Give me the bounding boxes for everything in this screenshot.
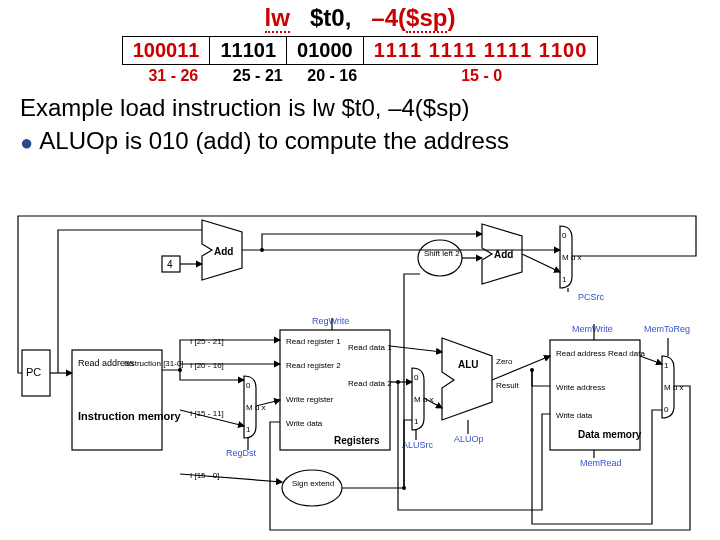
- svg-text:Zero: Zero: [496, 357, 513, 366]
- svg-text:ALUSrc: ALUSrc: [402, 440, 434, 450]
- svg-text:Read register 2: Read register 2: [286, 361, 341, 370]
- bullet-icon: ●: [20, 130, 33, 155]
- svg-text:Write data: Write data: [556, 411, 593, 420]
- example-line: Example load instruction is lw $t0, –4($…: [20, 93, 708, 123]
- rt-cell: 01000: [287, 37, 364, 65]
- bit-ranges: 31 - 26 25 - 21 20 - 16 15 - 0: [0, 67, 720, 85]
- datapath-diagram: PC Read address Instruction [31-0] Instr…: [12, 210, 708, 536]
- opcode-cell: 100011: [122, 37, 210, 65]
- svg-text:0: 0: [664, 405, 669, 414]
- encoding-table: 100011 11101 01000 1111 1111 1111 1100: [122, 36, 599, 65]
- bits-op: 31 - 26: [128, 67, 218, 85]
- svg-text:MemToReg: MemToReg: [644, 324, 690, 334]
- svg-text:1: 1: [246, 425, 251, 434]
- svg-text:Instruction memory: Instruction memory: [78, 410, 182, 422]
- svg-text:MemRead: MemRead: [580, 458, 622, 468]
- bits-imm: 15 - 0: [372, 67, 592, 85]
- dest-reg: $t0: [310, 4, 345, 31]
- svg-point-9: [418, 240, 462, 276]
- svg-text:PCSrc: PCSrc: [578, 292, 605, 302]
- imm-cell: 1111 1111 1111 1100: [363, 37, 598, 65]
- offset-text: –4: [371, 4, 398, 31]
- svg-text:Instruction [31-0]: Instruction [31-0]: [124, 359, 184, 368]
- svg-text:I [20 - 16]: I [20 - 16]: [190, 361, 224, 370]
- svg-text:Read register 1: Read register 1: [286, 337, 341, 346]
- bits-rs: 25 - 21: [223, 67, 293, 85]
- svg-text:Write register: Write register: [286, 395, 334, 404]
- svg-text:PC: PC: [26, 366, 41, 378]
- svg-text:0: 0: [562, 231, 567, 240]
- svg-text:ALU: ALU: [458, 359, 479, 370]
- bits-rt: 20 - 16: [297, 67, 367, 85]
- svg-text:1: 1: [414, 417, 419, 426]
- svg-text:Read address: Read address: [556, 349, 606, 358]
- svg-text:M u x: M u x: [414, 395, 434, 404]
- svg-text:Result: Result: [496, 381, 519, 390]
- bullet-line: ●ALUOp is 010 (add) to compute the addre…: [20, 127, 708, 156]
- svg-text:Sign extend: Sign extend: [292, 479, 334, 488]
- svg-text:0: 0: [246, 381, 251, 390]
- svg-text:Add: Add: [494, 249, 513, 260]
- svg-text:M u x: M u x: [664, 383, 684, 392]
- svg-text:Write data: Write data: [286, 419, 323, 428]
- rs-cell: 11101: [210, 37, 287, 65]
- svg-text:MemWrite: MemWrite: [572, 324, 613, 334]
- svg-text:RegWrite: RegWrite: [312, 316, 349, 326]
- svg-text:ALUOp: ALUOp: [454, 434, 484, 444]
- base-reg: $sp: [406, 4, 447, 33]
- svg-text:1: 1: [664, 361, 669, 370]
- instruction-title: lw $t0, –4($sp): [0, 4, 720, 32]
- svg-text:4: 4: [167, 259, 173, 270]
- svg-text:Read data: Read data: [608, 349, 645, 358]
- svg-text:Read data 1: Read data 1: [348, 343, 392, 352]
- svg-text:Add: Add: [214, 246, 233, 257]
- svg-text:0: 0: [414, 373, 419, 382]
- svg-text:M u x: M u x: [562, 253, 582, 262]
- svg-text:1: 1: [562, 275, 567, 284]
- svg-text:Data memory: Data memory: [578, 429, 642, 440]
- svg-text:Write address: Write address: [556, 383, 605, 392]
- svg-text:RegDst: RegDst: [226, 448, 257, 458]
- svg-text:I [25 - 21]: I [25 - 21]: [190, 337, 224, 346]
- svg-text:Read data 2: Read data 2: [348, 379, 392, 388]
- svg-point-33: [282, 470, 342, 506]
- mnemonic-text: lw: [265, 4, 290, 33]
- svg-text:Registers: Registers: [334, 435, 380, 446]
